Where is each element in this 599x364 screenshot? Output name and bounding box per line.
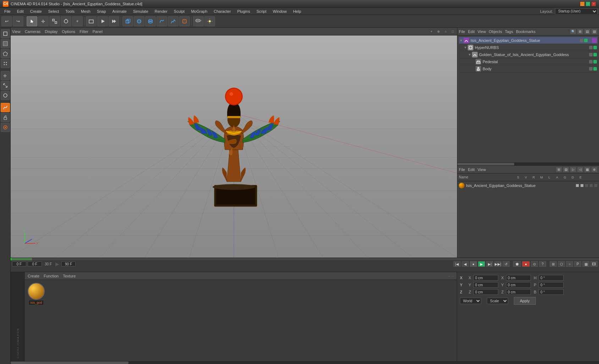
attr-menu-edit[interactable]: Edit xyxy=(468,167,475,172)
attr-r-icon[interactable] xyxy=(585,184,588,187)
bottom-scrollbar[interactable] xyxy=(11,361,599,364)
coord-x-size-input[interactable] xyxy=(506,275,531,281)
move-tool[interactable]: ✛ xyxy=(38,16,49,26)
menu-mograph[interactable]: MoGraph xyxy=(188,9,210,14)
coord-z-pos-input[interactable] xyxy=(473,289,498,295)
viewport-menu-filter[interactable]: Filter xyxy=(79,29,88,34)
attr-l-icon[interactable] xyxy=(594,184,598,187)
obj-icon3[interactable]: ○ xyxy=(566,261,573,267)
attr-icon6[interactable]: ⊕ xyxy=(591,167,598,172)
tree-item-golden-statue[interactable]: ▼ Golden_Statue_of_Isis_Ancient_Egyptian… xyxy=(459,51,598,58)
obj-icon2[interactable]: ⬡ xyxy=(558,261,565,267)
deformer-btn[interactable] xyxy=(179,16,190,26)
sculpt-tool[interactable] xyxy=(1,103,10,112)
viewport-nav-icon[interactable]: ⊕ xyxy=(436,29,441,34)
redo-button[interactable]: ↪ xyxy=(13,16,23,26)
render-region-btn[interactable] xyxy=(86,16,97,26)
coord-world-select[interactable]: World Object xyxy=(460,298,481,304)
undo-button[interactable]: ↩ xyxy=(1,16,12,26)
coord-scale-select[interactable]: Scale Size xyxy=(487,298,508,304)
record-btn record[interactable]: ● xyxy=(470,261,477,267)
viewport-fullscreen-icon[interactable]: □ xyxy=(450,29,456,34)
menu-mesh[interactable]: Mesh xyxy=(78,9,93,14)
obj-icon1[interactable]: ⊞ xyxy=(550,261,557,267)
menu-sculpt[interactable]: Sculpt xyxy=(171,9,188,14)
light-btn[interactable] xyxy=(204,16,215,26)
menu-script[interactable]: Script xyxy=(254,9,269,14)
mesh-select-tool[interactable] xyxy=(1,39,10,48)
close-button[interactable]: × xyxy=(591,1,596,6)
viewport-menu-display[interactable]: Display xyxy=(45,29,57,34)
scrollbar-handle[interactable] xyxy=(457,163,514,165)
maximize-button[interactable]: □ xyxy=(586,1,590,6)
paint-tool[interactable] xyxy=(1,123,10,132)
viewport-menu-panel[interactable]: Panel xyxy=(93,29,103,34)
coord-x-pos-input[interactable] xyxy=(473,275,498,281)
obj-icon6[interactable]: 🎞 xyxy=(590,261,598,267)
tree-item-body[interactable]: ▶ Body xyxy=(459,65,598,72)
tree-item-pedestal[interactable]: ▶ Pedestal xyxy=(459,58,598,65)
minimize-button[interactable]: _ xyxy=(580,1,585,6)
attr-icon5[interactable]: ▦ xyxy=(584,167,590,172)
om-search-icon[interactable]: 🔍 xyxy=(570,29,576,34)
attr-row-isis[interactable]: Isis_Ancient_Egyptian_Goddess_Statue xyxy=(458,182,598,189)
scale-tool[interactable] xyxy=(49,16,60,26)
attr-icon1[interactable]: ⊞ xyxy=(556,167,562,172)
material-isis-god[interactable]: isis_god xyxy=(28,283,45,305)
menu-create[interactable]: Create xyxy=(27,9,45,14)
motion-path-btn[interactable]: ? xyxy=(539,261,546,267)
end-frame-input[interactable] xyxy=(61,261,76,266)
poly-select-tool[interactable] xyxy=(1,49,10,58)
menu-select[interactable]: Select xyxy=(45,9,62,14)
menu-file[interactable]: File xyxy=(1,9,13,14)
rotate-tool-left[interactable] xyxy=(1,91,10,100)
keyframe-btn[interactable]: ⬟ xyxy=(513,261,521,267)
record-auto-btn[interactable]: ● xyxy=(522,261,530,267)
coord-b-input[interactable] xyxy=(539,289,564,295)
prev-frame-btn[interactable]: ◀ xyxy=(462,261,469,267)
3d-viewport[interactable]: Perspective xyxy=(11,35,457,258)
mat-menu-create[interactable]: Create xyxy=(28,274,39,278)
play-btn[interactable]: ▶ xyxy=(478,261,485,267)
attr-s-icon[interactable] xyxy=(576,184,579,187)
menu-tools[interactable]: Tools xyxy=(62,9,77,14)
om-menu-objects[interactable]: Objects xyxy=(489,29,502,34)
move-tool-left[interactable]: ✛ xyxy=(1,71,10,80)
menu-snap[interactable]: Snap xyxy=(94,9,109,14)
add-null-tool[interactable]: + xyxy=(72,16,83,26)
bottom-scrollbar-handle[interactable] xyxy=(11,362,128,364)
vr-btn[interactable] xyxy=(193,16,204,26)
select-model-tool[interactable] xyxy=(27,16,37,26)
om-icon1[interactable]: ▤ xyxy=(584,29,590,34)
current-frame-input[interactable] xyxy=(12,261,26,266)
next-frame-btn[interactable]: ▶| xyxy=(486,261,493,267)
rotate-tool[interactable] xyxy=(61,16,71,26)
viewport-menu-cameras[interactable]: Cameras xyxy=(25,29,41,34)
om-menu-view[interactable]: View xyxy=(478,29,486,34)
viewport-camera-icon[interactable]: ○ xyxy=(443,29,449,34)
apply-button[interactable]: Apply xyxy=(514,297,536,305)
viewport-menu-options[interactable]: Options xyxy=(62,29,75,34)
attr-icon4[interactable]: ◁ xyxy=(577,167,583,172)
frame-field-1[interactable] xyxy=(28,261,42,266)
spline-btn[interactable] xyxy=(168,16,178,26)
cube-btn[interactable] xyxy=(122,16,133,26)
attr-icon2[interactable]: ▤ xyxy=(563,167,569,172)
tree-item-isis-statue-root[interactable]: ▼ Isis_Ancient_Egyptian_Goddess_Statue xyxy=(459,37,598,44)
om-menu-bookmarks[interactable]: Bookmarks xyxy=(516,29,535,34)
om-menu-file[interactable]: File xyxy=(459,29,465,34)
lock-tool[interactable] xyxy=(1,113,10,122)
goto-end-btn[interactable]: ▶▶| xyxy=(494,261,501,267)
om-filter-icon[interactable]: ⊞ xyxy=(577,29,583,34)
coord-p-input[interactable] xyxy=(539,282,564,288)
render-prev-btn[interactable] xyxy=(97,16,108,26)
menu-help[interactable]: Help xyxy=(290,9,304,14)
loop-btn[interactable]: ↺ xyxy=(502,261,510,267)
om-icon2[interactable]: ▧ xyxy=(591,29,598,34)
mat-menu-function[interactable]: Function xyxy=(44,274,59,278)
menu-animate[interactable]: Animate xyxy=(110,9,130,14)
mat-menu-texture[interactable]: Texture xyxy=(63,274,76,278)
attr-menu-file[interactable]: File xyxy=(459,167,465,172)
goto-start-btn[interactable]: |◀ xyxy=(454,261,461,267)
viewport-add-icon[interactable]: + xyxy=(429,29,434,34)
